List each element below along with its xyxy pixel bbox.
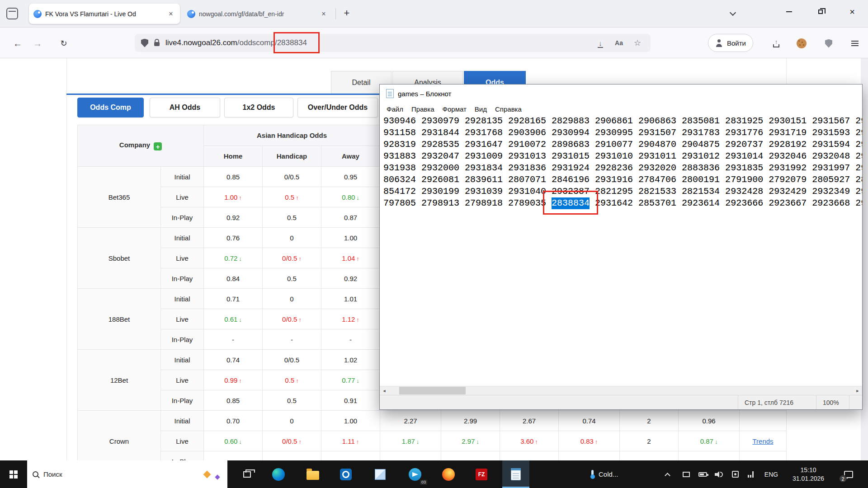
browser-tab-active[interactable]: FK Vora VS Flamurtari - Live Od × xyxy=(29,4,180,24)
menu-item-[interactable]: Правка xyxy=(407,105,439,113)
tray-network-icon[interactable] xyxy=(743,460,760,488)
back-button[interactable]: ← xyxy=(10,36,25,51)
taskbar-app-outlook[interactable] xyxy=(332,460,359,488)
trend-down-icon: ↓ xyxy=(715,438,718,445)
notepad-text-area[interactable]: 930946 2930979 2928135 2928165 2829883 2… xyxy=(380,115,862,386)
menu-item-[interactable]: Справка xyxy=(491,105,526,113)
row-label-live: Live xyxy=(161,248,204,268)
odds-value: 0.96 xyxy=(702,417,715,425)
odds-value: - xyxy=(232,336,234,343)
window-restore-button[interactable] xyxy=(807,0,835,23)
translate-icon[interactable]: Aa xyxy=(612,39,626,47)
window-minimize-button[interactable] xyxy=(775,0,803,23)
start-button[interactable] xyxy=(0,460,27,488)
scrollbar-thumb[interactable] xyxy=(399,387,466,394)
odds-value: 0.87 xyxy=(344,214,357,221)
download-icon[interactable]: ↓ xyxy=(594,39,607,47)
new-tab-button[interactable]: + xyxy=(340,7,354,20)
details-cell: Trends xyxy=(740,431,787,451)
trend-up-icon: ↑ xyxy=(535,438,538,445)
odds-cell: 2.67 xyxy=(500,411,559,431)
trend-down-icon: ↓ xyxy=(476,438,479,445)
windows-logo-icon xyxy=(9,470,18,479)
odds-value: 2.67 xyxy=(523,417,536,425)
odds-cell: 2 xyxy=(620,431,679,451)
telegram-icon xyxy=(409,468,421,481)
forward-button[interactable]: → xyxy=(30,36,45,51)
tab-divider xyxy=(335,8,336,19)
odds-value: 0/0.5 xyxy=(284,356,299,364)
reload-button[interactable]: ↻ xyxy=(56,36,71,51)
cookie-extension-icon[interactable] xyxy=(794,36,809,51)
odds-cell: 0/0.5↑ xyxy=(263,431,321,451)
hamburger-menu-icon[interactable] xyxy=(847,36,863,51)
taskbar-app-notepad-active[interactable] xyxy=(502,460,529,488)
url-bar[interactable]: live4.nowgoal26.com/oddscomp/2838834 ↓ A… xyxy=(135,34,651,52)
bookmark-star-icon[interactable]: ☆ xyxy=(631,38,644,48)
odds-nav-over-under-odds[interactable]: Over/Under Odds xyxy=(297,98,378,117)
notepad-title-bar[interactable]: games – Блокнот xyxy=(380,84,862,103)
company-header-label: Company xyxy=(119,141,150,149)
lock-icon[interactable] xyxy=(154,42,160,46)
taskbar-app-filezilla[interactable]: FZ xyxy=(468,460,495,488)
odds-cell: 2 xyxy=(620,411,679,431)
login-button[interactable]: Войти xyxy=(708,34,753,52)
odds-nav-ah-odds[interactable]: AH Odds xyxy=(150,98,220,117)
share-icon[interactable]: ↑ xyxy=(769,36,784,51)
odds-cell: 0.5 xyxy=(263,207,321,228)
odds-cell xyxy=(679,451,740,461)
odds-cell: 0.74 xyxy=(559,411,620,431)
odds-value: 0.87 xyxy=(700,437,713,445)
taskbar-app-telegram[interactable]: 03 xyxy=(401,460,429,488)
task-view-button[interactable] xyxy=(233,460,260,488)
tab-close-icon[interactable]: × xyxy=(319,9,328,19)
browser-tab-bar: FK Vora VS Flamurtari - Live Od × nowgoa… xyxy=(0,0,868,28)
selected-number[interactable]: 2838834 xyxy=(552,197,590,209)
taskbar-clock[interactable]: 15:10 31.01.2026 xyxy=(785,460,832,488)
weather-widget[interactable]: Cold... xyxy=(590,460,645,488)
taskbar-app-explorer[interactable] xyxy=(299,460,326,488)
tray-snip-icon[interactable] xyxy=(727,460,743,488)
notepad-horizontal-scrollbar[interactable]: ◄ ► xyxy=(380,386,862,395)
odds-value: 0.70 xyxy=(226,417,240,425)
scroll-left-arrow[interactable]: ◄ xyxy=(380,386,389,395)
scroll-right-arrow[interactable]: ► xyxy=(853,386,862,395)
firefox-view-icon[interactable] xyxy=(6,8,18,19)
odds-nav-1x2-odds[interactable]: 1x2 Odds xyxy=(224,98,293,117)
company-name: Crown xyxy=(78,411,161,461)
search-highlight-sparkle-icon xyxy=(203,470,211,478)
adblock-shield-icon[interactable] xyxy=(821,36,836,51)
menu-item-[interactable]: Вид xyxy=(471,105,491,113)
firefox-icon xyxy=(442,468,455,481)
menu-item-[interactable]: Файл xyxy=(382,105,407,113)
tray-monitor-icon[interactable] xyxy=(678,460,694,488)
odds-cell: 2.27 xyxy=(380,411,441,431)
tray-battery-icon[interactable] xyxy=(694,460,711,488)
notepad-window[interactable]: games – Блокнот ФайлПравкаФорматВидСправ… xyxy=(379,84,863,410)
menu-item-[interactable]: Формат xyxy=(439,105,471,113)
trends-link[interactable]: Trends xyxy=(752,437,773,445)
language-indicator[interactable]: ENG xyxy=(761,460,781,488)
odds-cell: 0.85 xyxy=(204,390,263,411)
add-company-button[interactable]: + xyxy=(154,142,162,150)
row-label-initial: Initial xyxy=(161,167,204,187)
taskbar-search-box[interactable]: Поиск xyxy=(27,460,227,488)
action-center-button[interactable]: 2 xyxy=(835,460,862,488)
odds-value: 0.60 xyxy=(224,437,237,445)
browser-tab-inactive[interactable]: nowgoal.com/gf/data/bf_en-idr × xyxy=(183,4,333,24)
restore-icon xyxy=(818,9,823,14)
tray-volume-icon[interactable] xyxy=(711,460,727,488)
tab-close-icon[interactable]: × xyxy=(166,9,175,19)
window-close-button[interactable]: × xyxy=(838,0,866,23)
taskbar-app-firefox[interactable] xyxy=(435,460,462,488)
odds-nav-odds-comp[interactable]: Odds Comp xyxy=(77,98,144,117)
show-hidden-icons-chevron[interactable] xyxy=(660,460,675,488)
list-all-tabs-chevron-icon[interactable] xyxy=(730,9,736,16)
taskbar-app-3d-viewer[interactable] xyxy=(367,460,394,488)
odds-cell: 0.60↓ xyxy=(204,431,263,451)
odds-cell: 0.91 xyxy=(321,390,380,411)
odds-value: 0.5 xyxy=(285,376,294,384)
odds-value: 0.80 xyxy=(342,193,355,201)
tracking-protection-shield-icon[interactable] xyxy=(141,39,148,47)
taskbar-app-edge[interactable] xyxy=(265,460,292,488)
